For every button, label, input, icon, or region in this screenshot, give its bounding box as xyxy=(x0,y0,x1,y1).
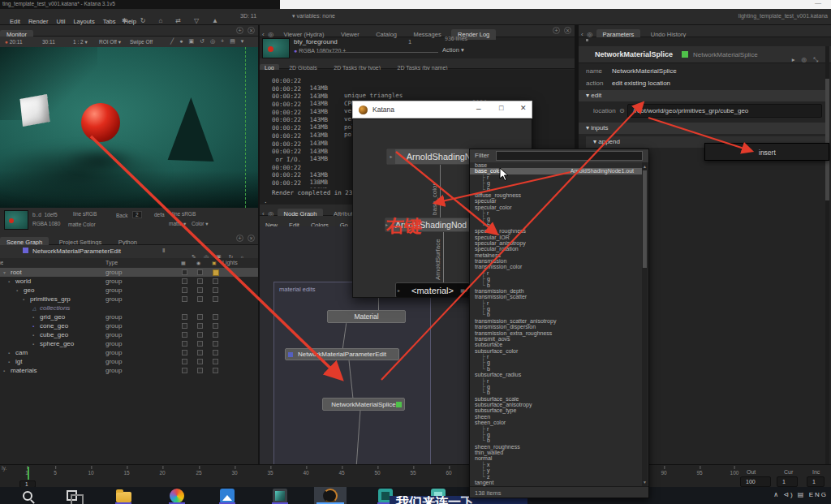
pane-close-icon[interactable]: × xyxy=(564,27,571,34)
parameter-list-item[interactable]: base_color ArnoldShadingNode1.out xyxy=(470,168,644,174)
monitor-icon[interactable]: ▣ xyxy=(188,38,200,44)
parameter-list-item[interactable]: ├ r xyxy=(470,300,644,306)
render-visibility-checkbox[interactable] xyxy=(197,269,203,275)
edit-group-header[interactable]: ▾ edit xyxy=(579,90,825,101)
inc-field[interactable]: 1 xyxy=(807,476,825,487)
node-input-tab[interactable]: ▸ xyxy=(387,149,395,164)
scene-graph-row[interactable]: △collections xyxy=(0,304,258,312)
parameter-list-item[interactable]: └ b xyxy=(470,222,644,228)
pane-target-icon[interactable]: ◎ xyxy=(268,31,273,38)
scroll-down-icon[interactable]: ▼ xyxy=(643,480,647,485)
parameter-list-item[interactable]: └ b xyxy=(470,390,644,395)
parameter-list-item[interactable]: specular_roughness xyxy=(470,228,644,234)
parameter-list-item[interactable]: diffuse_roughness xyxy=(470,192,644,198)
parameter-list-item[interactable]: specular_color xyxy=(470,205,644,210)
toolbar-icon[interactable]: ↻ xyxy=(140,17,159,24)
viewer-visibility-checkbox[interactable] xyxy=(182,332,187,338)
tab-catalog[interactable]: Catalog xyxy=(369,29,403,40)
variables-dropdown[interactable]: ▾ variables: none xyxy=(292,13,335,19)
location-state-icon[interactable]: ⊙ xyxy=(619,107,625,114)
tray-chevron-icon[interactable]: ∧ xyxy=(773,491,780,498)
header-icon[interactable]: ◎ xyxy=(801,56,813,63)
parameter-list[interactable]: base base_color ArnoldShadingNode1.out ├… xyxy=(470,162,644,486)
node-networkmaterialsplice[interactable]: NetworkMaterialSplice xyxy=(322,398,405,411)
parameter-list-item[interactable]: ├ r xyxy=(470,426,644,432)
parameter-list-item[interactable]: normal xyxy=(470,455,644,461)
header-icon[interactable]: ⤡ xyxy=(813,56,825,63)
parameter-list-item[interactable]: ├ r xyxy=(470,378,644,384)
taskbar-app-icon[interactable] xyxy=(55,487,88,504)
toolbar-icon[interactable]: ⇄ xyxy=(175,17,194,24)
render-visibility-checkbox[interactable] xyxy=(197,359,203,364)
working-node-label[interactable]: NetworkMaterialParameterEdit xyxy=(32,248,121,255)
parameter-list-item[interactable]: subsurface_anisotropy xyxy=(470,402,644,407)
frame-b[interactable]: 30:11 xyxy=(42,39,55,45)
render-visibility-checkbox[interactable] xyxy=(197,323,203,329)
monitor-icon[interactable]: ◎ xyxy=(210,38,221,44)
parameter-list-item[interactable]: subsurface_scale xyxy=(470,396,644,402)
toolbar-icon[interactable]: ▽ xyxy=(194,17,212,24)
node-networkmaterialparameteredit[interactable]: NetworkMaterialParameterEdit xyxy=(285,348,399,360)
render-visibility-checkbox[interactable] xyxy=(197,287,203,293)
scrollbar-thumb[interactable] xyxy=(825,79,829,200)
frame-a[interactable]: ● 20:11 xyxy=(5,39,23,45)
viewer-visibility-checkbox[interactable] xyxy=(182,323,187,329)
pause-icon[interactable]: Ⅱ xyxy=(162,248,165,254)
parameter-list-item[interactable]: transmission_dispersion xyxy=(470,324,644,330)
lights-checkbox[interactable] xyxy=(213,341,218,347)
parameter-list-item[interactable]: specular xyxy=(470,198,644,204)
lights-checkbox[interactable] xyxy=(213,368,218,373)
matte-dropdown[interactable]: matte ▾ xyxy=(169,221,186,227)
scroll-up-icon[interactable]: ▲ xyxy=(643,164,647,169)
language-indicator[interactable]: ENG xyxy=(809,491,828,498)
swipe-toggle[interactable]: Swipe Off xyxy=(130,39,153,45)
monitor-icon[interactable]: + xyxy=(221,38,230,44)
parameter-list-item[interactable]: sheen_color xyxy=(470,420,644,425)
parameter-list-item[interactable]: tangent xyxy=(470,480,644,485)
out-frame-field[interactable]: 100 xyxy=(740,476,771,487)
dialog-node-material[interactable]: ▸ <material> ▦▸ xyxy=(395,282,470,298)
node-title[interactable]: NetworkMaterialSplice xyxy=(595,50,673,58)
header-icon[interactable]: ▸ xyxy=(792,56,802,63)
render-visibility-checkbox[interactable] xyxy=(197,296,203,302)
scene-graph-row[interactable]: ▪world group xyxy=(0,277,258,286)
dialog-close-button[interactable]: ✕ xyxy=(520,104,527,112)
pane-close-icon[interactable]: × xyxy=(248,27,255,34)
parameter-list-item[interactable]: └ b xyxy=(470,366,644,372)
parameter-list-item[interactable]: subsurface xyxy=(470,342,644,347)
cur-frame-field[interactable]: 1 xyxy=(777,476,798,487)
taskbar-app-icon[interactable] xyxy=(107,487,140,504)
toolbar-icon[interactable]: ✱ xyxy=(122,17,140,24)
parameter-list-item[interactable]: transmission_color xyxy=(470,264,644,269)
parameter-list-item[interactable]: ├ y xyxy=(470,467,644,473)
scene-graph-row[interactable]: ▾root group xyxy=(0,268,258,277)
dialog-maximize-button[interactable]: □ xyxy=(499,104,503,112)
viewer-visibility-checkbox[interactable] xyxy=(182,296,187,302)
parameter-list-item[interactable]: ├ r xyxy=(470,174,644,180)
parameter-list-item[interactable]: metalness xyxy=(470,252,644,258)
lights-checkbox[interactable] xyxy=(213,350,218,355)
minimize-icon[interactable]: — xyxy=(815,0,821,6)
render-visibility-checkbox[interactable] xyxy=(197,341,203,347)
parameter-list-item[interactable]: subsurface_color xyxy=(470,348,644,354)
parameter-list-item[interactable]: transmit_aovs xyxy=(470,336,644,342)
playhead[interactable] xyxy=(28,467,29,480)
scene-graph-row[interactable]: ▪sphere_geo group xyxy=(0,339,258,348)
scene-graph-row[interactable]: ▪cone_geo group xyxy=(0,321,258,330)
viewer-visibility-checkbox[interactable] xyxy=(182,278,187,284)
render-viewport[interactable] xyxy=(0,47,258,208)
parameter-list-item[interactable]: ├ g xyxy=(470,216,644,222)
keyboard-icon[interactable]: ▤ xyxy=(798,491,806,498)
list-scrollbar-track[interactable]: ▲ ▼ xyxy=(642,162,648,486)
scene-graph-row[interactable]: ▪lgt group xyxy=(0,357,258,366)
pane-back-icon[interactable]: ‹ xyxy=(262,31,265,38)
parameter-list-item[interactable]: subsurface_type xyxy=(470,407,644,413)
pane-add-icon[interactable]: + xyxy=(236,235,243,242)
node-grip-icon[interactable]: ▦▸ xyxy=(460,283,467,298)
toolbar-icon[interactable]: ⌂ xyxy=(158,17,175,24)
viewer-visibility-checkbox[interactable] xyxy=(182,368,187,373)
parameter-list-item[interactable]: sheen_roughness xyxy=(470,444,644,450)
dialog-minimize-button[interactable]: – xyxy=(476,104,481,113)
monitor-thumbnail[interactable] xyxy=(4,210,28,230)
scrollbar-track[interactable] xyxy=(825,46,829,464)
